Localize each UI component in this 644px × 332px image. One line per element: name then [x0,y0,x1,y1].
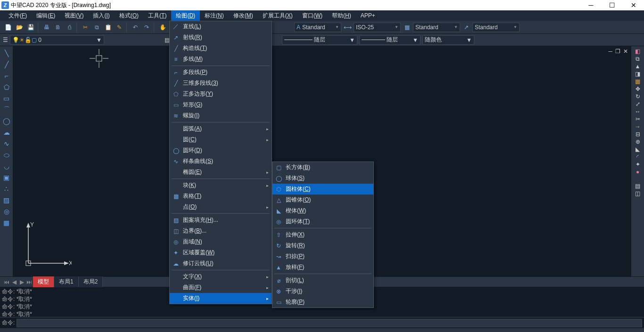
menu-APP+[interactable]: APP+ [356,11,380,20]
rect-icon[interactable]: ▭ [1,93,12,104]
move-icon[interactable]: ✥ [636,86,640,92]
submenu-item-拉伸(X)[interactable]: ⇧拉伸(X) [272,229,373,240]
doc-close-icon[interactable]: ✕ [623,48,628,55]
doc-minimize-icon[interactable]: ─ [608,48,612,55]
props-icon[interactable]: ▤ [635,183,640,189]
menu-item-实体(I)[interactable]: 实体(I) [170,293,272,304]
dim-style-combo[interactable]: ISO-25▼ [354,23,401,32]
point-icon[interactable]: ∴ [1,184,12,194]
submenu-item-长方体(B)[interactable]: ▢长方体(B) [272,162,373,173]
table-icon[interactable]: ▦ [1,218,12,228]
menu-item-表格(T)[interactable]: ▦表格(T) [170,191,272,202]
menu-item-三维多段线(3)[interactable]: ╱三维多段线(3) [170,78,272,89]
join-icon[interactable]: ⊕ [636,138,640,145]
menu-item-区域覆盖(W)[interactable]: ✦区域覆盖(W) [170,247,272,258]
menu-格式O[interactable]: 格式(O) [115,10,143,21]
pline-icon[interactable]: ⌐ [1,71,12,81]
menu-item-直线(L)[interactable]: ／直线(L) [170,21,272,32]
menu-绘图D[interactable]: 绘图(D) [171,10,200,21]
menu-item-圆环(D)[interactable]: ◯圆环(D) [170,145,272,156]
layer-combo[interactable]: 💡☀🔓▢ 0 ▼ [10,35,104,45]
submenu-item-放样(F)[interactable]: ▲放样(F) [272,262,373,273]
block-icon[interactable]: ▣ [1,172,12,183]
table-style-combo[interactable]: Standard▼ [413,23,460,32]
menu-修改M[interactable]: 修改(M) [229,10,258,21]
menu-item-块(K)[interactable]: 块(K) [170,180,272,191]
pan-icon[interactable]: ✋ [157,22,168,32]
command-input[interactable] [17,319,642,327]
publish-icon[interactable]: ⎙ [64,22,74,32]
new-icon[interactable]: 📄 [3,22,13,32]
menu-item-曲面(F)[interactable]: 曲面(F) [170,282,272,293]
maximize-button[interactable]: ☐ [602,0,623,10]
paste-icon[interactable]: 📋 [103,22,113,32]
menu-item-圆弧(A)[interactable]: 圆弧(A) [170,123,272,134]
scale-icon[interactable]: ⤢ [636,101,640,107]
menu-窗口W[interactable]: 窗口(W) [297,10,327,21]
circle-icon[interactable]: ◯ [1,116,12,126]
hatch-icon[interactable]: ▨ [1,195,12,205]
menu-item-修订云线(U)[interactable]: ☁修订云线(U) [170,258,272,269]
text-style-combo[interactable]: AStandard▼ [294,23,341,32]
submenu-item-圆环体(T)[interactable]: ◎圆环体(T) [272,216,373,227]
cut-icon[interactable]: ✂ [80,22,91,32]
design-icon[interactable]: ◫ [635,190,640,197]
tab-prev-icon[interactable]: ◀ [10,279,18,285]
print-icon[interactable]: 🖶 [41,22,52,32]
menu-扩展工具X[interactable]: 扩展工具(X) [258,10,297,21]
color-combo[interactable]: 随颜色▼ [422,35,474,45]
xline-icon[interactable]: ╱ [1,59,12,70]
menu-item-图案填充(H)...[interactable]: ▨图案填充(H)... [170,215,272,226]
array-icon[interactable]: ▦ [635,78,640,85]
submenu-item-剖切(L)[interactable]: ⌀剖切(L) [272,275,373,286]
menu-编辑E[interactable]: 编辑(E) [32,10,60,21]
dim-icon[interactable]: ⟷ [342,22,353,32]
explode-icon[interactable]: ✦ [636,161,640,168]
rotate-icon[interactable]: ↻ [636,93,640,100]
undo-icon[interactable]: ↶ [130,22,140,32]
doc-restore-icon[interactable]: ❐ [615,48,620,55]
tab-last-icon[interactable]: ⏭ [25,279,33,285]
offset-icon[interactable]: ◨ [635,71,640,77]
menu-视图V[interactable]: 视图(V) [60,10,88,21]
menu-item-点(O)[interactable]: 点(O) [170,202,272,212]
spline-icon[interactable]: ∿ [1,138,12,149]
mleader-icon[interactable]: ↗ [461,22,471,32]
linetype-combo-2[interactable]: 随层▼ [359,35,421,45]
tab-next-icon[interactable]: ▶ [18,279,25,285]
layout-tab-布局1[interactable]: 布局1 [54,276,79,287]
save-icon[interactable]: 💾 [25,22,36,32]
table-style-icon[interactable]: ▦ [402,22,412,32]
menu-item-边界(B)...[interactable]: ◫边界(B)... [170,226,272,236]
erase-icon[interactable]: ◧ [635,48,640,55]
match-icon[interactable]: ✎ [114,22,124,32]
submenu-item-楔体(W)[interactable]: ◣楔体(W) [272,205,373,216]
trim-icon[interactable]: ✂ [636,116,640,122]
extend-icon[interactable]: → [635,123,641,130]
layer-manager-icon[interactable]: ☰ [3,37,8,43]
menu-item-圆(C)[interactable]: 圆(C) [170,134,272,145]
line-icon[interactable]: ╲ [1,48,12,58]
stretch-icon[interactable]: ↔ [635,108,641,115]
earc-icon[interactable]: ◡ [1,161,12,171]
menu-item-样条曲线(S)[interactable]: ∿样条曲线(S) [170,156,272,167]
menu-标注N[interactable]: 标注(N) [200,10,229,21]
close-button[interactable]: ✕ [623,0,644,10]
menu-帮助H[interactable]: 帮助(H) [327,10,356,21]
redo-icon[interactable]: ↷ [141,22,152,32]
menu-item-正多边形(Y)[interactable]: ⬠正多边形(Y) [170,89,272,99]
chamfer-icon[interactable]: ◣ [636,146,640,153]
submenu-item-圆锥体(O)[interactable]: △圆锥体(O) [272,194,373,205]
submenu-item-旋转(R)[interactable]: ↻旋转(R) [272,240,373,251]
copy-obj-icon[interactable]: ⧉ [636,56,640,62]
menu-文件F[interactable]: 文件(F) [4,10,32,21]
sphere-tool-icon[interactable]: ● [636,169,639,175]
submenu-item-扫掠(P)[interactable]: ↝扫掠(P) [272,251,373,262]
submenu-item-圆柱体(C)[interactable]: ⬡圆柱体(C) [272,184,373,194]
tab-first-icon[interactable]: ⏮ [3,279,10,285]
menu-item-多段线(P)[interactable]: ⌐多段线(P) [170,67,272,78]
break-icon[interactable]: ⊟ [636,131,640,138]
revcloud-icon[interactable]: ☁ [1,127,12,138]
menu-item-面域(N)[interactable]: ◎面域(N) [170,236,272,247]
mirror-icon[interactable]: ▲ [635,63,641,70]
